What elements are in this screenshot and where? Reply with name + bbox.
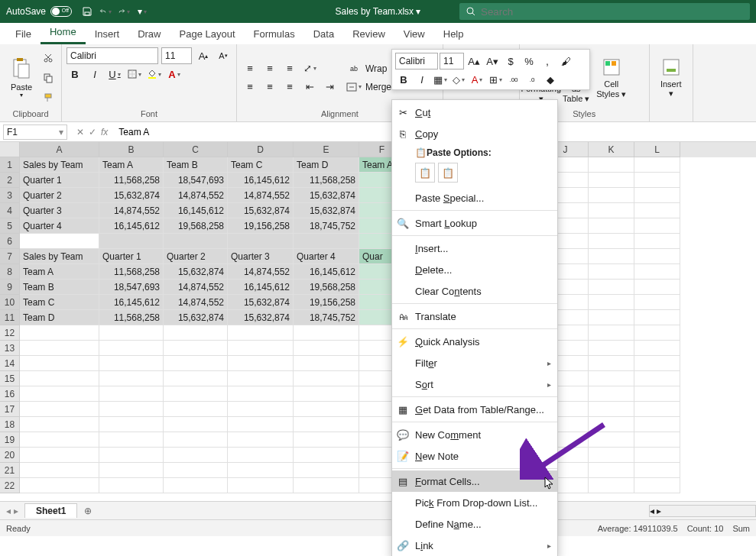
cell-A3[interactable]: Quarter 2	[20, 188, 99, 203]
cell-L2[interactable]	[634, 173, 680, 188]
redo-icon[interactable]	[118, 5, 130, 18]
format-painter-icon[interactable]	[40, 89, 57, 106]
sheet-nav-prev-icon[interactable]: ◂	[6, 506, 11, 516]
select-all-corner[interactable]	[0, 142, 20, 157]
cell-D15[interactable]	[228, 371, 294, 386]
mini-font-size[interactable]: 11	[440, 53, 464, 70]
row-header-14[interactable]: 14	[0, 356, 20, 371]
cancel-formula-icon[interactable]: ✕	[76, 127, 84, 137]
cell-E5[interactable]: 18,745,752	[294, 218, 359, 234]
cell-L22[interactable]	[634, 478, 680, 493]
tab-insert[interactable]: Insert	[86, 24, 129, 44]
cell-A14[interactable]	[20, 356, 99, 371]
cell-L12[interactable]	[634, 325, 680, 341]
cell-D4[interactable]: 15,632,874	[228, 203, 294, 218]
cell-E6[interactable]	[294, 234, 359, 249]
cell-B3[interactable]: 15,632,874	[99, 188, 164, 203]
cell-L7[interactable]	[634, 249, 680, 264]
mini-bold-button[interactable]: B	[395, 71, 412, 88]
search-input[interactable]	[481, 6, 744, 18]
cell-A8[interactable]: Team A	[20, 264, 99, 280]
cell-A4[interactable]: Quarter 3	[20, 203, 99, 218]
cell-K4[interactable]	[589, 203, 634, 218]
cell-L3[interactable]	[634, 188, 680, 203]
mini-clear-icon[interactable]: ◆	[542, 71, 559, 88]
cell-C14[interactable]	[164, 356, 228, 371]
paste-option-values[interactable]: 📋	[438, 163, 458, 183]
cell-D10[interactable]: 15,632,874	[228, 295, 294, 310]
mini-font-color-icon[interactable]: A	[469, 71, 485, 88]
col-header-E[interactable]: E	[294, 142, 359, 157]
cell-A15[interactable]	[20, 371, 99, 386]
cut-icon[interactable]	[40, 50, 57, 66]
menu-clear-contents[interactable]: Clear Contents	[392, 280, 557, 302]
menu-new-comment[interactable]: 💬New Comment	[392, 424, 557, 445]
align-center-icon[interactable]: ≡	[261, 79, 278, 95]
wrap-text-icon[interactable]: ab	[346, 60, 362, 77]
cell-D6[interactable]	[228, 234, 294, 249]
row-header-13[interactable]: 13	[0, 341, 20, 356]
cell-C1[interactable]: Team B	[164, 157, 228, 173]
cell-K11[interactable]	[589, 310, 634, 325]
cell-C5[interactable]: 19,568,258	[164, 218, 228, 234]
decrease-font-icon[interactable]: A▾	[215, 47, 232, 64]
cell-D2[interactable]: 16,145,612	[228, 173, 294, 188]
cell-L17[interactable]	[634, 402, 680, 417]
mini-font-name[interactable]: Calibri	[395, 53, 438, 70]
menu-new-note[interactable]: 📝New Note	[392, 445, 557, 467]
cell-D11[interactable]: 15,632,874	[228, 310, 294, 325]
cell-D9[interactable]: 16,145,612	[228, 280, 294, 295]
cell-C19[interactable]	[164, 432, 228, 448]
cell-L6[interactable]	[634, 234, 680, 249]
borders-icon[interactable]	[126, 66, 143, 82]
cell-K17[interactable]	[589, 402, 634, 417]
cell-A22[interactable]	[20, 478, 99, 493]
cell-A9[interactable]: Team B	[20, 280, 99, 295]
menu-cut[interactable]: ✂Cut	[392, 102, 557, 123]
cell-E13[interactable]	[294, 341, 359, 356]
font-name-combo[interactable]: Calibri	[67, 47, 158, 64]
col-header-L[interactable]: L	[634, 142, 680, 157]
orientation-icon[interactable]: ⤢	[301, 60, 318, 77]
cell-K6[interactable]	[589, 234, 634, 249]
row-header-8[interactable]: 8	[0, 264, 20, 280]
mini-merge-icon[interactable]: ⊞	[487, 71, 504, 88]
cell-D14[interactable]	[228, 356, 294, 371]
cell-L18[interactable]	[634, 417, 680, 432]
cell-D17[interactable]	[228, 402, 294, 417]
cell-B6[interactable]	[99, 234, 164, 249]
underline-button[interactable]: U	[106, 66, 123, 82]
cell-L16[interactable]	[634, 386, 680, 402]
cell-L10[interactable]	[634, 295, 680, 310]
cell-K12[interactable]	[589, 325, 634, 341]
cell-L9[interactable]	[634, 280, 680, 295]
mini-decrease-font-icon[interactable]: A▾	[484, 53, 501, 70]
cell-K22[interactable]	[589, 478, 634, 493]
cell-L1[interactable]	[634, 157, 680, 173]
align-right-icon[interactable]: ≡	[281, 79, 298, 95]
cell-C13[interactable]	[164, 341, 228, 356]
menu-sort[interactable]: Sort▸	[392, 373, 557, 395]
cell-E21[interactable]	[294, 463, 359, 478]
cell-E10[interactable]: 19,156,258	[294, 295, 359, 310]
cell-B2[interactable]: 11,568,258	[99, 173, 164, 188]
mini-dec-dec-icon[interactable]: .0	[524, 71, 540, 88]
cell-L8[interactable]	[634, 264, 680, 280]
cell-E17[interactable]	[294, 402, 359, 417]
cell-B12[interactable]	[99, 325, 164, 341]
menu-get-data[interactable]: ▦Get Data from Table/Range...	[392, 399, 557, 420]
font-color-icon[interactable]: A	[166, 66, 183, 82]
cell-A21[interactable]	[20, 463, 99, 478]
cell-E18[interactable]	[294, 417, 359, 432]
search-box[interactable]	[459, 3, 750, 20]
copy-icon[interactable]	[40, 70, 57, 86]
cell-D12[interactable]	[228, 325, 294, 341]
undo-icon[interactable]	[99, 5, 112, 18]
add-sheet-icon[interactable]: ⊕	[80, 503, 96, 519]
tab-page-layout[interactable]: Page Layout	[170, 24, 245, 44]
col-header-C[interactable]: C	[164, 142, 228, 157]
cell-E4[interactable]: 15,632,874	[294, 203, 359, 218]
tab-draw[interactable]: Draw	[128, 24, 170, 44]
fill-color-icon[interactable]	[146, 66, 163, 82]
col-header-A[interactable]: A	[20, 142, 99, 157]
